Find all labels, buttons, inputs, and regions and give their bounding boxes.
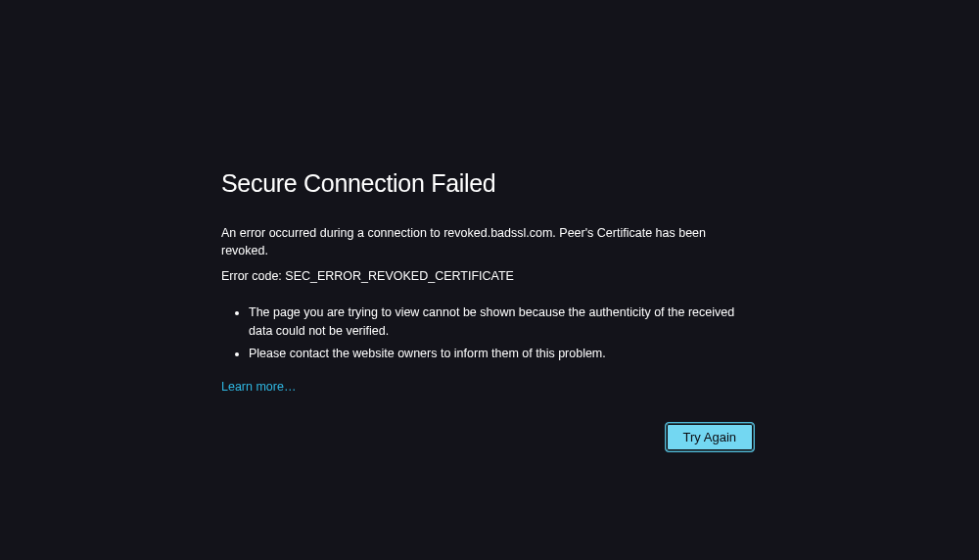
error-suggestions-list: The page you are trying to view cannot b… xyxy=(221,303,755,364)
list-item: Please contact the website owners to inf… xyxy=(249,345,755,363)
error-page-container: Secure Connection Failed An error occurr… xyxy=(221,0,755,452)
error-title: Secure Connection Failed xyxy=(221,169,755,198)
error-code: Error code: SEC_ERROR_REVOKED_CERTIFICAT… xyxy=(221,268,755,286)
try-again-button[interactable]: Try Again xyxy=(665,422,755,452)
error-description: An error occurred during a connection to… xyxy=(221,225,755,259)
list-item: The page you are trying to view cannot b… xyxy=(249,303,755,342)
learn-more-link[interactable]: Learn more… xyxy=(221,380,296,394)
button-row: Try Again xyxy=(221,422,755,452)
